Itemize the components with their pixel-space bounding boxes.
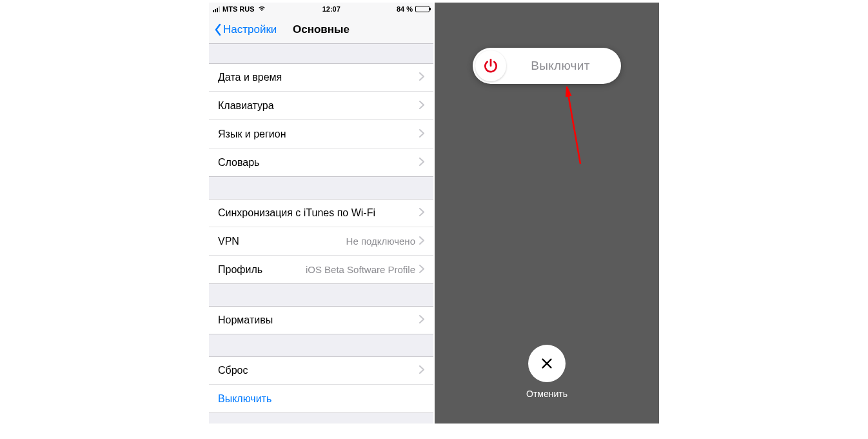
chevron-right-icon	[419, 72, 424, 83]
signal-icon	[213, 6, 220, 12]
power-off-slider[interactable]: Выключит	[473, 48, 621, 84]
cell-date-time[interactable]: Дата и время	[209, 63, 433, 92]
chevron-right-icon	[419, 157, 424, 168]
chevron-right-icon	[419, 264, 424, 276]
cell-itunes-wifi[interactable]: Синхронизация с iTunes по Wi-Fi	[209, 199, 433, 227]
cell-dictionary[interactable]: Словарь	[209, 148, 433, 177]
chevron-right-icon	[419, 128, 424, 140]
cell-reset[interactable]: Сброс	[209, 356, 433, 385]
power-icon	[482, 57, 499, 74]
cell-lang-region[interactable]: Язык и регион	[209, 120, 433, 148]
annotation-arrow-icon	[562, 87, 588, 170]
wifi-icon	[257, 5, 266, 13]
cancel-label: Отменить	[526, 389, 567, 399]
back-label: Настройки	[223, 23, 277, 36]
status-time: 12:07	[322, 5, 340, 13]
cancel-button[interactable]	[528, 345, 566, 382]
cell-profile[interactable]: Профиль iOS Beta Software Profile	[209, 256, 433, 284]
chevron-right-icon	[419, 236, 424, 247]
profile-value: iOS Beta Software Profile	[306, 264, 415, 275]
cell-shutdown[interactable]: Выключить	[209, 385, 433, 413]
back-button[interactable]: Настройки	[214, 23, 277, 36]
settings-screen: MTS RUS 12:07 84 % Настройки Основные Да…	[209, 3, 433, 424]
close-icon	[540, 356, 554, 371]
chevron-right-icon	[419, 365, 424, 376]
battery-icon	[415, 6, 429, 12]
chevron-left-icon	[214, 23, 222, 36]
battery-pct: 84 %	[397, 5, 413, 13]
cell-vpn[interactable]: VPN Не подключено	[209, 227, 433, 256]
svg-line-1	[567, 90, 580, 164]
chevron-right-icon	[419, 100, 424, 112]
cell-regulatory[interactable]: Нормативы	[209, 306, 433, 334]
chevron-right-icon	[419, 314, 424, 326]
power-off-screen: Выключит Отменить	[435, 3, 659, 424]
vpn-value: Не подключено	[346, 236, 415, 247]
nav-bar: Настройки Основные	[209, 15, 433, 44]
carrier-label: MTS RUS	[222, 5, 255, 13]
slider-label: Выключит	[506, 59, 621, 73]
status-bar: MTS RUS 12:07 84 %	[209, 3, 433, 15]
power-knob[interactable]	[475, 50, 506, 81]
chevron-right-icon	[419, 207, 424, 219]
cell-keyboard[interactable]: Клавиатура	[209, 92, 433, 120]
